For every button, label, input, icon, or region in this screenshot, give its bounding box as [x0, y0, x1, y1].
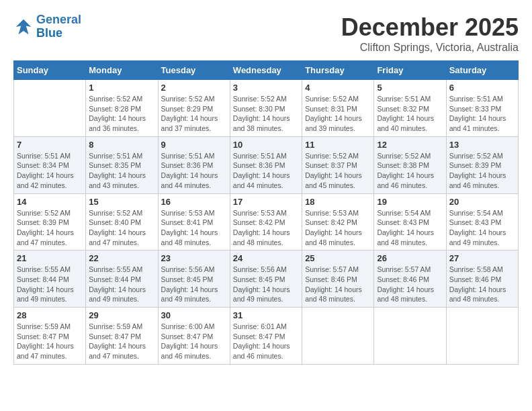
- calendar-cell: 18Sunrise: 5:53 AM Sunset: 8:42 PM Dayli…: [302, 193, 374, 250]
- header-thursday: Thursday: [302, 61, 374, 80]
- day-number: 10: [233, 140, 299, 150]
- day-number: 9: [161, 140, 227, 150]
- calendar-cell: 13Sunrise: 5:52 AM Sunset: 8:39 PM Dayli…: [446, 136, 518, 193]
- day-number: 8: [89, 140, 154, 150]
- location-title: Clifton Springs, Victoria, Australia: [341, 42, 519, 54]
- title-area: December 2025 Clifton Springs, Victoria,…: [341, 13, 519, 54]
- calendar-cell: 28Sunrise: 5:59 AM Sunset: 8:47 PM Dayli…: [14, 308, 86, 365]
- header-sunday: Sunday: [14, 61, 86, 80]
- day-number: 25: [305, 253, 371, 263]
- calendar-cell: 4Sunrise: 5:52 AM Sunset: 8:31 PM Daylig…: [302, 80, 374, 137]
- cell-content: Sunrise: 5:52 AM Sunset: 8:39 PM Dayligh…: [17, 208, 83, 248]
- day-number: 2: [161, 83, 227, 93]
- day-number: 17: [233, 197, 299, 207]
- cell-content: Sunrise: 5:52 AM Sunset: 8:40 PM Dayligh…: [89, 208, 154, 248]
- day-number: 11: [305, 140, 371, 150]
- calendar-cell: [374, 308, 446, 365]
- day-number: 1: [89, 83, 154, 93]
- calendar-cell: 19Sunrise: 5:54 AM Sunset: 8:43 PM Dayli…: [374, 193, 446, 250]
- day-number: 5: [377, 83, 443, 93]
- cell-content: Sunrise: 5:59 AM Sunset: 8:47 PM Dayligh…: [89, 322, 154, 361]
- calendar-cell: [446, 308, 518, 365]
- calendar-cell: 14Sunrise: 5:52 AM Sunset: 8:39 PM Dayli…: [14, 193, 86, 250]
- cell-content: Sunrise: 5:53 AM Sunset: 8:42 PM Dayligh…: [233, 208, 299, 248]
- week-row-1: 1Sunrise: 5:52 AM Sunset: 8:28 PM Daylig…: [14, 80, 519, 137]
- calendar-cell: 25Sunrise: 5:57 AM Sunset: 8:46 PM Dayli…: [302, 250, 374, 308]
- cell-content: Sunrise: 5:52 AM Sunset: 8:29 PM Dayligh…: [161, 94, 227, 134]
- cell-content: Sunrise: 5:52 AM Sunset: 8:39 PM Dayligh…: [449, 151, 515, 191]
- cell-content: Sunrise: 5:51 AM Sunset: 8:35 PM Dayligh…: [89, 151, 154, 191]
- cell-content: Sunrise: 5:57 AM Sunset: 8:46 PM Dayligh…: [377, 265, 443, 304]
- day-number: 20: [449, 197, 515, 207]
- day-number: 21: [17, 253, 83, 263]
- month-title: December 2025: [341, 13, 519, 42]
- day-number: 15: [89, 197, 154, 207]
- calendar-cell: 31Sunrise: 6:01 AM Sunset: 8:47 PM Dayli…: [230, 308, 302, 365]
- day-number: 24: [233, 253, 299, 263]
- week-row-3: 14Sunrise: 5:52 AM Sunset: 8:39 PM Dayli…: [14, 193, 519, 250]
- cell-content: Sunrise: 5:56 AM Sunset: 8:45 PM Dayligh…: [233, 265, 299, 304]
- logo-text: GeneralBlue: [36, 13, 81, 40]
- week-row-5: 28Sunrise: 5:59 AM Sunset: 8:47 PM Dayli…: [14, 308, 519, 365]
- calendar-cell: 26Sunrise: 5:57 AM Sunset: 8:46 PM Dayli…: [374, 250, 446, 308]
- day-number: 18: [305, 197, 371, 207]
- calendar-cell: 23Sunrise: 5:56 AM Sunset: 8:45 PM Dayli…: [158, 250, 230, 308]
- calendar-header-row: SundayMondayTuesdayWednesdayThursdayFrid…: [14, 61, 519, 80]
- cell-content: Sunrise: 5:51 AM Sunset: 8:32 PM Dayligh…: [377, 94, 443, 134]
- header-tuesday: Tuesday: [158, 61, 230, 80]
- calendar-table: SundayMondayTuesdayWednesdayThursdayFrid…: [13, 60, 519, 365]
- calendar-cell: 22Sunrise: 5:55 AM Sunset: 8:44 PM Dayli…: [86, 250, 158, 308]
- cell-content: Sunrise: 5:54 AM Sunset: 8:43 PM Dayligh…: [449, 208, 515, 248]
- cell-content: Sunrise: 5:55 AM Sunset: 8:44 PM Dayligh…: [17, 265, 83, 304]
- cell-content: Sunrise: 5:51 AM Sunset: 8:33 PM Dayligh…: [449, 94, 515, 134]
- calendar-cell: 16Sunrise: 5:53 AM Sunset: 8:41 PM Dayli…: [158, 193, 230, 250]
- day-number: 7: [17, 140, 83, 150]
- calendar-cell: 10Sunrise: 5:51 AM Sunset: 8:36 PM Dayli…: [230, 136, 302, 193]
- day-number: 12: [377, 140, 443, 150]
- calendar-cell: 8Sunrise: 5:51 AM Sunset: 8:35 PM Daylig…: [86, 136, 158, 193]
- calendar-cell: 5Sunrise: 5:51 AM Sunset: 8:32 PM Daylig…: [374, 80, 446, 137]
- week-row-4: 21Sunrise: 5:55 AM Sunset: 8:44 PM Dayli…: [14, 250, 519, 308]
- calendar-cell: 6Sunrise: 5:51 AM Sunset: 8:33 PM Daylig…: [446, 80, 518, 137]
- header-monday: Monday: [86, 61, 158, 80]
- cell-content: Sunrise: 5:53 AM Sunset: 8:41 PM Dayligh…: [161, 208, 227, 248]
- cell-content: Sunrise: 6:01 AM Sunset: 8:47 PM Dayligh…: [233, 322, 299, 361]
- day-number: 16: [161, 197, 227, 207]
- calendar-cell: 3Sunrise: 5:52 AM Sunset: 8:30 PM Daylig…: [230, 80, 302, 137]
- calendar-cell: 24Sunrise: 5:56 AM Sunset: 8:45 PM Dayli…: [230, 250, 302, 308]
- logo-icon: [13, 17, 34, 37]
- cell-content: Sunrise: 5:57 AM Sunset: 8:46 PM Dayligh…: [305, 265, 371, 304]
- day-number: 13: [449, 140, 515, 150]
- calendar-cell: 17Sunrise: 5:53 AM Sunset: 8:42 PM Dayli…: [230, 193, 302, 250]
- calendar-cell: 15Sunrise: 5:52 AM Sunset: 8:40 PM Dayli…: [86, 193, 158, 250]
- day-number: 3: [233, 83, 299, 93]
- header-wednesday: Wednesday: [230, 61, 302, 80]
- day-number: 23: [161, 253, 227, 263]
- cell-content: Sunrise: 5:51 AM Sunset: 8:36 PM Dayligh…: [233, 151, 299, 191]
- cell-content: Sunrise: 5:55 AM Sunset: 8:44 PM Dayligh…: [89, 265, 154, 304]
- cell-content: Sunrise: 5:52 AM Sunset: 8:31 PM Dayligh…: [305, 94, 371, 134]
- cell-content: Sunrise: 5:53 AM Sunset: 8:42 PM Dayligh…: [305, 208, 371, 248]
- day-number: 28: [17, 310, 83, 320]
- day-number: 22: [89, 253, 154, 263]
- header-friday: Friday: [374, 61, 446, 80]
- calendar-cell: 1Sunrise: 5:52 AM Sunset: 8:28 PM Daylig…: [86, 80, 158, 137]
- day-number: 27: [449, 253, 515, 263]
- cell-content: Sunrise: 5:58 AM Sunset: 8:46 PM Dayligh…: [449, 265, 515, 304]
- calendar-cell: [14, 80, 86, 137]
- day-number: 26: [377, 253, 443, 263]
- calendar-cell: 20Sunrise: 5:54 AM Sunset: 8:43 PM Dayli…: [446, 193, 518, 250]
- day-number: 31: [233, 310, 299, 320]
- calendar-cell: [302, 308, 374, 365]
- logo: GeneralBlue: [13, 13, 81, 40]
- day-number: 6: [449, 83, 515, 93]
- cell-content: Sunrise: 5:54 AM Sunset: 8:43 PM Dayligh…: [377, 208, 443, 248]
- cell-content: Sunrise: 5:51 AM Sunset: 8:36 PM Dayligh…: [161, 151, 227, 191]
- svg-marker-0: [16, 19, 32, 35]
- calendar-cell: 29Sunrise: 5:59 AM Sunset: 8:47 PM Dayli…: [86, 308, 158, 365]
- calendar-cell: 2Sunrise: 5:52 AM Sunset: 8:29 PM Daylig…: [158, 80, 230, 137]
- cell-content: Sunrise: 5:56 AM Sunset: 8:45 PM Dayligh…: [161, 265, 227, 304]
- header-saturday: Saturday: [446, 61, 518, 80]
- day-number: 29: [89, 310, 154, 320]
- calendar-cell: 11Sunrise: 5:52 AM Sunset: 8:37 PM Dayli…: [302, 136, 374, 193]
